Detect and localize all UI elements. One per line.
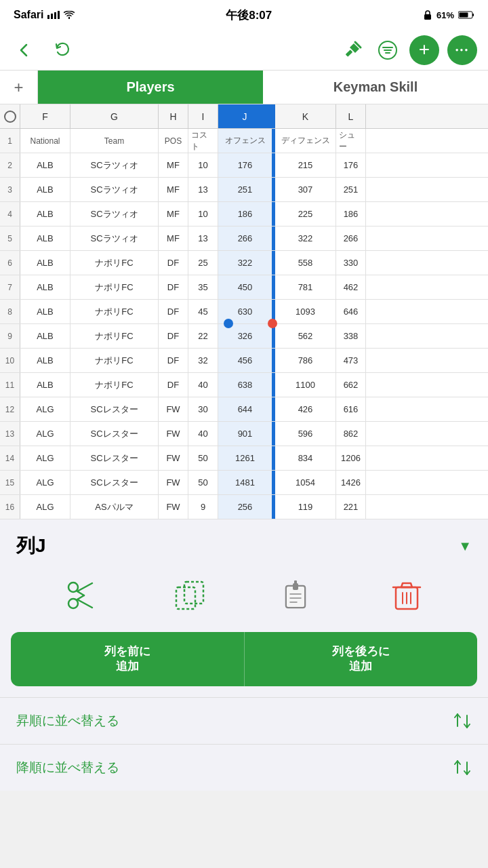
panel-chevron-icon[interactable]: ▼	[458, 538, 472, 554]
cell-g14[interactable]: SCレスター	[70, 446, 159, 470]
back-button[interactable]	[11, 37, 38, 64]
cell-i8[interactable]: 45	[188, 300, 218, 323]
cell-k4[interactable]: 225	[275, 202, 336, 226]
cell-g9[interactable]: ナポリFC	[70, 324, 159, 348]
cell-i2[interactable]: 10	[188, 153, 218, 177]
cell-g12[interactable]: SCレスター	[70, 397, 159, 421]
cell-k3[interactable]: 307	[275, 178, 336, 201]
cell-i11[interactable]: 40	[188, 373, 218, 397]
cell-j3[interactable]: 251	[218, 178, 272, 201]
col-header-k[interactable]: K	[275, 104, 336, 128]
cell-f11[interactable]: ALB	[20, 373, 70, 397]
cell-g1[interactable]: Team	[70, 129, 159, 153]
cell-g11[interactable]: ナポリFC	[70, 373, 159, 397]
cell-f2[interactable]: ALB	[20, 153, 70, 177]
cell-g16[interactable]: ASパルマ	[70, 495, 159, 519]
sort-desc-button[interactable]: 降順に並べ替える	[0, 744, 488, 791]
cell-j15[interactable]: 1481	[218, 471, 272, 494]
cell-f14[interactable]: ALG	[20, 446, 70, 470]
paste-button[interactable]	[278, 575, 319, 616]
cell-h8[interactable]: DF	[159, 300, 188, 323]
cell-f4[interactable]: ALB	[20, 202, 70, 226]
cell-f13[interactable]: ALG	[20, 422, 70, 446]
cell-k12[interactable]: 426	[275, 397, 336, 421]
cell-i6[interactable]: 25	[188, 251, 218, 275]
cell-f12[interactable]: ALG	[20, 397, 70, 421]
cell-j7[interactable]: 450	[218, 275, 272, 299]
cell-h4[interactable]: MF	[159, 202, 188, 226]
add-button[interactable]: +	[409, 35, 439, 65]
cell-j11[interactable]: 638	[218, 373, 272, 397]
cell-i5[interactable]: 13	[188, 226, 218, 250]
cell-l14[interactable]: 1206	[336, 446, 366, 470]
cell-l10[interactable]: 473	[336, 349, 366, 372]
cell-j14[interactable]: 1261	[218, 446, 272, 470]
cell-i4[interactable]: 10	[188, 202, 218, 226]
cell-g2[interactable]: SCラツィオ	[70, 153, 159, 177]
cell-i10[interactable]: 32	[188, 349, 218, 372]
cell-i15[interactable]: 50	[188, 471, 218, 494]
cell-h2[interactable]: MF	[159, 153, 188, 177]
cell-h14[interactable]: FW	[159, 446, 188, 470]
cell-g15[interactable]: SCレスター	[70, 471, 159, 494]
cell-j10[interactable]: 456	[218, 349, 272, 372]
cell-i16[interactable]: 9	[188, 495, 218, 519]
cell-l4[interactable]: 186	[336, 202, 366, 226]
undo-button[interactable]	[49, 37, 76, 64]
cell-g8[interactable]: ナポリFC	[70, 300, 159, 323]
cell-l1[interactable]: シュー	[336, 129, 366, 153]
cell-l13[interactable]: 862	[336, 422, 366, 446]
cell-f1[interactable]: National	[20, 129, 70, 153]
cell-i3[interactable]: 13	[188, 178, 218, 201]
cell-h5[interactable]: MF	[159, 226, 188, 250]
col-header-j[interactable]: J	[218, 104, 272, 128]
select-all-icon[interactable]	[4, 111, 16, 123]
cell-j6[interactable]: 322	[218, 251, 272, 275]
cell-j13[interactable]: 901	[218, 422, 272, 446]
cell-i7[interactable]: 35	[188, 275, 218, 299]
cell-k14[interactable]: 834	[275, 446, 336, 470]
cell-l8[interactable]: 646	[336, 300, 366, 323]
cell-j8[interactable]: 630	[218, 300, 272, 323]
cell-f5[interactable]: ALB	[20, 226, 70, 250]
cell-f15[interactable]: ALG	[20, 471, 70, 494]
cell-h10[interactable]: DF	[159, 349, 188, 372]
cell-h16[interactable]: FW	[159, 495, 188, 519]
cell-i9[interactable]: 22	[188, 324, 218, 348]
cell-f16[interactable]: ALG	[20, 495, 70, 519]
cell-j16[interactable]: 256	[218, 495, 272, 519]
tab-keyman[interactable]: Keyman Skill	[263, 71, 488, 104]
delete-button[interactable]	[386, 575, 427, 616]
add-tab-button[interactable]: +	[0, 71, 38, 104]
cell-h1[interactable]: POS	[159, 129, 188, 153]
cell-g7[interactable]: ナポリFC	[70, 275, 159, 299]
cell-k10[interactable]: 786	[275, 349, 336, 372]
add-col-after-button[interactable]: 列を後ろに 追加	[245, 632, 478, 686]
cell-g5[interactable]: SCラツィオ	[70, 226, 159, 250]
cell-k5[interactable]: 322	[275, 226, 336, 250]
cell-f8[interactable]: ALB	[20, 300, 70, 323]
cell-k2[interactable]: 215	[275, 153, 336, 177]
cell-l9[interactable]: 338	[336, 324, 366, 348]
cell-h7[interactable]: DF	[159, 275, 188, 299]
cell-f6[interactable]: ALB	[20, 251, 70, 275]
col-header-f[interactable]: F	[20, 104, 70, 128]
cell-f7[interactable]: ALB	[20, 275, 70, 299]
add-col-before-button[interactable]: 列を前に 追加	[11, 632, 245, 686]
copy-button[interactable]	[169, 575, 210, 616]
tab-players[interactable]: Players	[38, 71, 263, 104]
cell-k13[interactable]: 596	[275, 422, 336, 446]
cell-h15[interactable]: FW	[159, 471, 188, 494]
cell-g4[interactable]: SCラツィオ	[70, 202, 159, 226]
cut-button[interactable]	[61, 575, 102, 616]
cell-h13[interactable]: FW	[159, 422, 188, 446]
cell-l11[interactable]: 662	[336, 373, 366, 397]
cell-j5[interactable]: 266	[218, 226, 272, 250]
col-header-l[interactable]: L	[336, 104, 366, 128]
cell-h11[interactable]: DF	[159, 373, 188, 397]
col-header-i[interactable]: I	[188, 104, 218, 128]
cell-l2[interactable]: 176	[336, 153, 366, 177]
cell-k8[interactable]: 1093	[275, 300, 336, 323]
cell-h6[interactable]: DF	[159, 251, 188, 275]
cell-j12[interactable]: 644	[218, 397, 272, 421]
